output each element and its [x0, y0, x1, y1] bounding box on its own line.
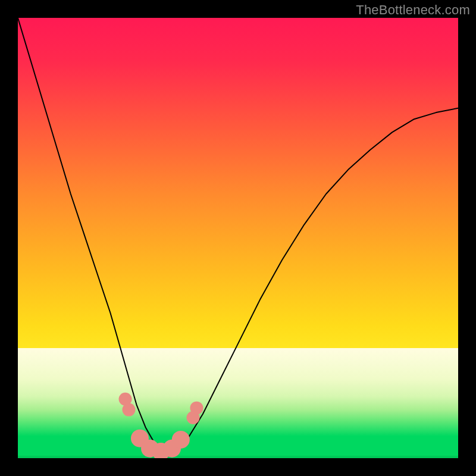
- svg-rect-1: [18, 348, 458, 436]
- chart-area: [18, 18, 458, 458]
- svg-rect-3: [18, 456, 458, 458]
- svg-point-5: [122, 403, 135, 416]
- chart-frame: TheBottleneck.com: [0, 0, 476, 476]
- watermark-text: TheBottleneck.com: [356, 2, 470, 18]
- chart-svg: [18, 18, 458, 458]
- svg-point-10: [172, 431, 190, 449]
- svg-point-12: [190, 402, 203, 415]
- svg-rect-2: [18, 436, 458, 458]
